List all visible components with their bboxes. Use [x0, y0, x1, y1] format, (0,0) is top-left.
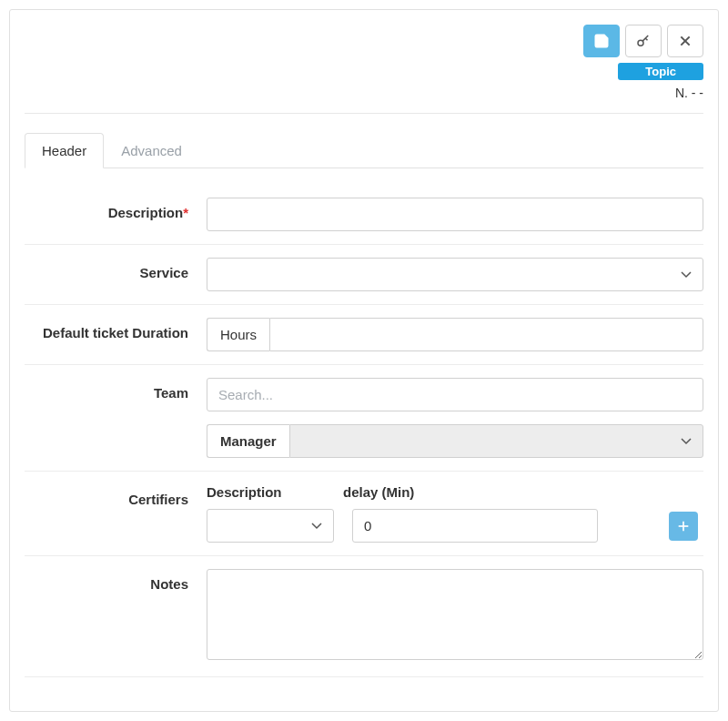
add-certifier-button[interactable] [669, 512, 698, 541]
duration-label: Default ticket Duration [25, 318, 207, 351]
plus-icon [676, 519, 691, 533]
key-icon [635, 33, 652, 49]
topic-form-panel: Topic N. - - Header Advanced Description… [9, 9, 719, 712]
certifier-description-select[interactable] [207, 509, 334, 543]
close-button[interactable] [667, 25, 703, 57]
description-label: Description* [25, 198, 207, 231]
service-label: Service [25, 258, 207, 291]
duration-input[interactable] [269, 318, 703, 351]
certifiers-col-description: Description [207, 484, 343, 500]
key-button[interactable] [625, 25, 662, 57]
notes-textarea[interactable] [207, 569, 703, 660]
team-label: Team [25, 378, 207, 458]
toolbar [25, 25, 703, 57]
type-badge: Topic [618, 63, 703, 80]
certifier-row [207, 509, 703, 543]
description-input[interactable] [207, 198, 703, 231]
tab-header[interactable]: Header [25, 133, 104, 168]
manager-label: Manager [207, 424, 289, 458]
team-search-input[interactable] [207, 378, 703, 411]
certifiers-col-delay: delay (Min) [343, 484, 598, 500]
certifiers-label: Certifiers [25, 484, 207, 543]
save-icon [593, 33, 610, 49]
record-number: N. - - [25, 86, 703, 114]
duration-unit: Hours [207, 318, 269, 351]
close-icon [678, 34, 693, 48]
tabs: Header Advanced [25, 132, 703, 168]
manager-select[interactable] [289, 424, 703, 458]
service-select[interactable] [207, 258, 703, 291]
save-button[interactable] [583, 25, 620, 57]
certifier-delay-input[interactable] [352, 509, 598, 543]
tab-advanced[interactable]: Advanced [104, 133, 199, 168]
notes-label: Notes [25, 569, 207, 664]
